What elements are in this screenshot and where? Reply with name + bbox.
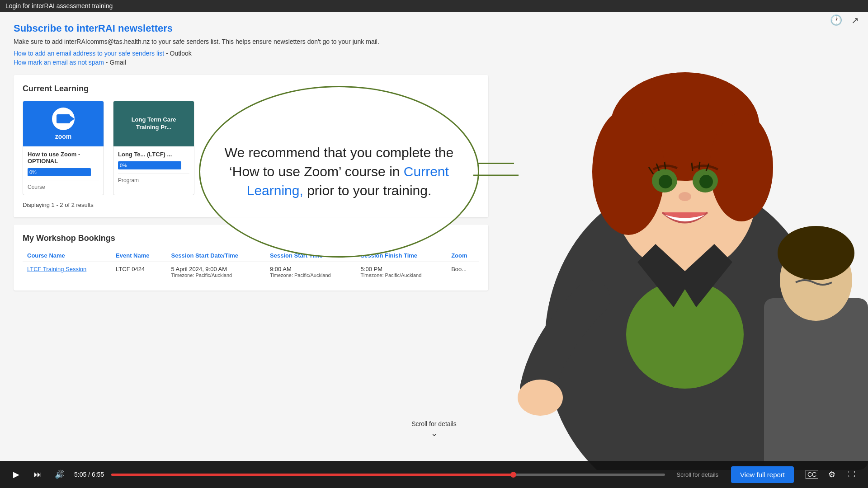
start-time-tz: Timezone: Pacific/Auckland [270,272,352,278]
fullscreen-button[interactable]: ⛶ [844,467,859,482]
gmail-link[interactable]: How mark an email as not spam [14,59,104,66]
ltcf-course-card[interactable]: Long Term Care Training Pr... Long Te...… [113,101,194,195]
scroll-hint: Scroll for details ⌄ [411,420,457,438]
start-time-val: 9:00 AM [270,266,352,272]
character-area [502,27,868,470]
subscribe-title: Subscribe to interRAI newsletters [14,23,488,34]
zoom-label: zoom [55,133,72,140]
link-row-outlook: How to add an email address to your safe… [14,50,488,57]
zoom-card-type: Course [28,180,99,190]
svg-point-11 [699,175,713,188]
scroll-hint-text: Scroll for details [411,420,457,427]
th-event-name: Event Name [111,249,166,262]
scroll-hint-bottom: Scroll for details [677,471,718,478]
video-top-right: 🕐 ↗ [830,14,859,26]
bubble-tail-svg [473,169,523,182]
time-display: 5:05 / 6:55 [74,471,104,478]
view-report-button[interactable]: View full report [731,466,794,483]
settings-button[interactable]: ⚙ [825,467,839,482]
start-datetime-tz: Timezone: Pacific/Auckland [171,272,261,278]
course-name-link[interactable]: LTCF Training Session [27,266,86,272]
ltcf-card-name: Long Te... (LTCF) ... [118,151,189,158]
svg-point-12 [679,192,691,201]
zoom-progress-text: 0% [29,169,37,175]
td-finish-time: 5:00 PM Timezone: Pacific/Auckland [356,262,447,282]
ltcf-card-type: Program [118,173,189,183]
svg-point-13 [518,380,563,416]
progress-dot [510,472,516,478]
link-row-gmail: How mark an email as not spam - Gmail [14,59,488,66]
gmail-suffix: - Gmail [104,59,126,66]
start-datetime-val: 5 April 2024, 9:00 AM [171,266,261,272]
svg-point-16 [778,226,854,280]
bubble-text: We recommend that you complete the ‘How … [218,143,460,200]
th-course-name: Course Name [23,249,111,262]
svg-point-7 [710,113,773,221]
video-controls: ▶ ⏭ 🔊 5:05 / 6:55 Scroll for details Vie… [0,461,868,488]
table-row: LTCF Training Session LTCF 0424 5 April … [23,262,479,282]
td-start-datetime: 5 April 2024, 9:00 AM Timezone: Pacific/… [166,262,265,282]
window-title: Login for interRAI assessment training [5,2,113,9]
svg-point-2 [626,280,744,389]
time-total: 6:55 [92,471,104,478]
ltcf-card-body: Long Te... (LTCF) ... 0% Program [113,146,194,188]
zoom-card-name: How to use Zoom - OPTIONAL [28,151,99,164]
settings-icon: ⚙ [828,469,835,479]
video-container: Login for interRAI assessment training S… [0,0,868,488]
svg-point-6 [592,108,665,235]
svg-point-10 [659,175,672,188]
mute-button[interactable]: 🔊 [52,467,67,482]
ctrl-right-icons: CC ⚙ ⛶ [805,467,859,482]
mute-icon: 🔊 [55,469,65,479]
td-start-time: 9:00 AM Timezone: Pacific/Auckland [265,262,356,282]
fullscreen-icon: ⛶ [848,470,855,479]
bubble-ellipse: We recommend that you complete the ‘How … [199,86,479,258]
watch-later-button[interactable]: 🕐 [830,14,842,26]
share-icon: ↗ [851,15,859,25]
play-icon: ▶ [13,469,19,479]
video-content: Login for interRAI assessment training S… [0,0,868,470]
ltcf-title-line2: Training Pr... [136,124,171,131]
td-event-name: LTCF 0424 [111,262,166,282]
td-zoom: Boo... [447,262,479,282]
next-button[interactable]: ⏭ [31,467,45,482]
share-button[interactable]: ↗ [851,14,859,26]
zoom-thumbnail: zoom [23,101,104,146]
time-separator: / [88,471,92,478]
td-course-name: LTCF Training Session [23,262,111,282]
finish-time-val: 5:00 PM [361,266,443,272]
progress-track[interactable] [111,474,665,476]
character-svg [502,27,868,470]
next-icon: ⏭ [34,470,42,479]
speech-bubble: We recommend that you complete the ‘How … [199,86,479,258]
ltcf-progress-text: 0% [120,163,127,168]
time-current: 5:05 [74,471,86,478]
zoom-icon-inner [57,114,70,123]
chevron-down-icon: ⌄ [431,428,438,438]
zoom-icon [52,108,75,130]
ltcf-progress-bar: 0% [118,161,181,169]
outlook-suffix: - Outlook [164,50,192,57]
subtitle-text: Make sure to add interRAIcomms@tas.healt… [14,38,488,45]
window-title-bar: Login for interRAI assessment training [0,0,868,12]
finish-time-tz: Timezone: Pacific/Auckland [361,272,443,278]
ltcf-thumbnail: Long Term Care Training Pr... [113,101,194,146]
zoom-progress-bar: 0% [28,168,91,176]
outlook-link[interactable]: How to add an email address to your safe… [14,50,164,57]
progress-fill [111,474,514,476]
ltcf-title-line1: Long Term Care [132,116,176,124]
cc-icon: CC [806,470,818,479]
zoom-card-body: How to use Zoom - OPTIONAL 0% Course [23,146,104,195]
svg-rect-14 [764,298,868,470]
bubble-text-part2: prior to your training. [303,183,431,198]
cc-button[interactable]: CC [805,467,819,482]
play-button[interactable]: ▶ [9,467,24,482]
watch-later-icon: 🕐 [830,14,842,26]
zoom-course-card[interactable]: zoom How to use Zoom - OPTIONAL 0% Cours… [23,101,104,195]
